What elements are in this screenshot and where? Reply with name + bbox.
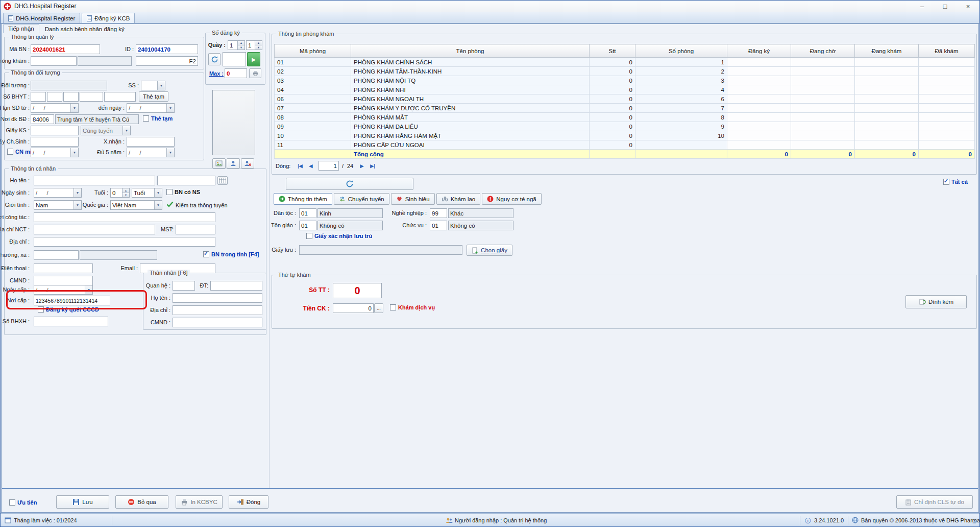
close-button[interactable]: ×	[957, 1, 979, 12]
grid-cell[interactable]: 03	[275, 76, 351, 85]
chuc-vu-code-input[interactable]: 01	[430, 221, 447, 230]
grid-cell[interactable]	[791, 67, 855, 76]
quan-he-input[interactable]	[173, 281, 195, 291]
chevron-down-icon[interactable]: ▼	[85, 285, 92, 294]
dan-toc-code-input[interactable]: 01	[299, 208, 316, 218]
ss-select[interactable]: ▼	[141, 81, 165, 90]
grid-cell[interactable]: PHÒNG KHÁM NỘI TQ	[351, 76, 590, 85]
grid-cell[interactable]: 0	[590, 94, 635, 104]
grid-cell[interactable]	[919, 94, 975, 104]
col-dang-cho[interactable]: Đang chờ	[791, 44, 855, 58]
tab-sinh-hieu[interactable]: Sinh hiệu	[391, 193, 435, 205]
grid-cell[interactable]	[919, 76, 975, 85]
minimize-button[interactable]: –	[911, 1, 934, 12]
grid-cell[interactable]	[727, 58, 791, 67]
chevron-down-icon[interactable]: ▼	[70, 148, 78, 157]
dinh-kem-button[interactable]: Đính kèm	[905, 295, 967, 308]
grid-cell[interactable]: 0	[590, 76, 635, 85]
dia-chi-nct-input[interactable]	[34, 225, 155, 234]
clinic-grid-row[interactable]: 01PHÒNG KHÁM CHÍNH SÁCH01	[275, 58, 975, 67]
grid-cell[interactable]: PHÒNG CẤP CỨU NGOẠI	[351, 140, 590, 150]
grid-cell[interactable]	[791, 76, 855, 85]
chuc-vu-name-input[interactable]: Không có	[448, 221, 513, 230]
grid-cell[interactable]: PHÒNG KHÁM DA LIỄU	[351, 122, 590, 131]
grid-cell[interactable]: 0	[590, 122, 635, 131]
cn-mien-date[interactable]: / /▼	[31, 148, 79, 157]
tuoi-unit-select[interactable]: Tuổi▼	[132, 188, 162, 198]
chevron-down-icon[interactable]: ▼	[74, 188, 81, 197]
dan-toc-name-input[interactable]: Kinh	[317, 208, 383, 218]
grid-cell[interactable]: 4	[635, 85, 727, 94]
tab-dhg-hospital-register[interactable]: DHG.Hospital Register	[3, 13, 80, 23]
spinner-arrows[interactable]: ▲▼	[122, 188, 129, 197]
noi-cong-tac-input[interactable]	[34, 212, 215, 222]
han-sd-den-date[interactable]: / /▼	[127, 103, 175, 113]
patient-lookup-button[interactable]	[217, 176, 228, 185]
grid-cell[interactable]	[727, 122, 791, 131]
tab-chuyen-tuyen[interactable]: Chuyển tuyến	[334, 193, 389, 205]
grid-cell[interactable]	[791, 140, 855, 150]
grid-cell[interactable]	[855, 122, 919, 131]
grid-cell[interactable]	[855, 140, 919, 150]
chevron-down-icon[interactable]: ▼	[166, 104, 174, 112]
mst-input[interactable]	[176, 225, 215, 234]
clinic-grid-row[interactable]: 08PHÒNG KHÁM MẮT08	[275, 113, 975, 122]
grid-cell[interactable]	[919, 67, 975, 76]
grid-cell[interactable]: 10	[635, 131, 727, 140]
bhyt-segment-3[interactable]	[63, 92, 79, 102]
ma-bn-input[interactable]: 2024001621	[31, 44, 100, 54]
kham-dich-vu-checkbox[interactable]: Khám dịch vụ	[390, 304, 435, 310]
grid-cell[interactable]	[791, 113, 855, 122]
grid-cell[interactable]: 0	[590, 104, 635, 113]
spinner-arrows[interactable]: ▲▼	[255, 41, 262, 50]
grid-cell[interactable]	[855, 94, 919, 104]
noi-dk-name-input[interactable]: Trung tâm Y tế huyện Trà Cú	[55, 114, 139, 124]
grid-cell[interactable]	[791, 104, 855, 113]
grid-cell[interactable]: 9	[635, 122, 727, 131]
grid-cell[interactable]: 7	[635, 104, 727, 113]
giay-xac-nhan-luu-tru-checkbox[interactable]: Giấy xác nhận lưu trú	[306, 233, 372, 239]
chon-giay-button[interactable]: Chọn giấy	[467, 245, 512, 256]
dang-ky-quet-cccd-checkbox[interactable]: Đăng ký quét CCCD	[38, 306, 99, 313]
chevron-down-icon[interactable]: ▼	[70, 104, 78, 112]
col-stt[interactable]: Stt	[590, 44, 635, 58]
spin-up-icon[interactable]: ▲	[122, 188, 129, 193]
tab-thong-tin-them[interactable]: Thông tin thêm	[274, 193, 332, 205]
grid-cell[interactable]	[791, 85, 855, 94]
grid-cell[interactable]	[855, 131, 919, 140]
grid-cell[interactable]: PHÒNG KHÁM NHI	[351, 85, 590, 94]
issue-number-button[interactable]: ▶	[247, 52, 260, 66]
max-input[interactable]: 0	[225, 68, 247, 78]
cmnd-input[interactable]	[34, 276, 93, 285]
clinic-grid-row[interactable]: 11PHÒNG CẤP CỨU NGOẠI0	[275, 140, 975, 150]
phong-kham-name-input[interactable]	[78, 56, 132, 66]
col-ten-phong[interactable]: Tên phòng	[351, 44, 590, 58]
bhyt-segment-2[interactable]	[47, 92, 62, 102]
refresh-clinic-list-button[interactable]	[286, 178, 413, 190]
noi-cap-input[interactable]: 123456789101112131414	[34, 296, 110, 305]
grid-cell[interactable]	[919, 113, 975, 122]
spin-up-icon[interactable]: ▲	[238, 41, 244, 45]
grid-cell[interactable]: 2	[635, 67, 727, 76]
bhyt-segment-5[interactable]	[104, 92, 136, 102]
chevron-down-icon[interactable]: ▼	[154, 188, 162, 197]
han-sd-tu-date[interactable]: / /▼	[31, 103, 79, 113]
du-5-nam-date[interactable]: / /▼	[127, 148, 175, 157]
tien-ck-more-button[interactable]: ...	[374, 303, 383, 313]
grid-cell[interactable]: 3	[635, 76, 727, 85]
pager-next-button[interactable]: ▶	[357, 161, 366, 170]
grid-cell[interactable]	[855, 58, 919, 67]
subtab-danh-sach[interactable]: Danh sách bệnh nhân đăng ký	[40, 25, 129, 33]
grid-cell[interactable]: 0	[590, 113, 635, 122]
spinner-arrows[interactable]: ▲▼	[237, 41, 244, 50]
grid-cell[interactable]: PHÒNG KHÁM CHÍNH SÁCH	[351, 58, 590, 67]
grid-cell[interactable]: 02	[275, 67, 351, 76]
grid-cell[interactable]: 0	[590, 85, 635, 94]
grid-cell[interactable]: 06	[275, 94, 351, 104]
spin-down-icon[interactable]: ▼	[122, 193, 129, 197]
uu-tien-checkbox[interactable]: Ưu tiên	[9, 499, 37, 506]
bn-trong-tinh-checkbox[interactable]: BN trong tỉnh [F4]	[203, 251, 259, 257]
grid-cell[interactable]	[919, 122, 975, 131]
ngay-cap-date[interactable]: / /▼	[34, 285, 93, 295]
grid-cell[interactable]	[635, 140, 727, 150]
